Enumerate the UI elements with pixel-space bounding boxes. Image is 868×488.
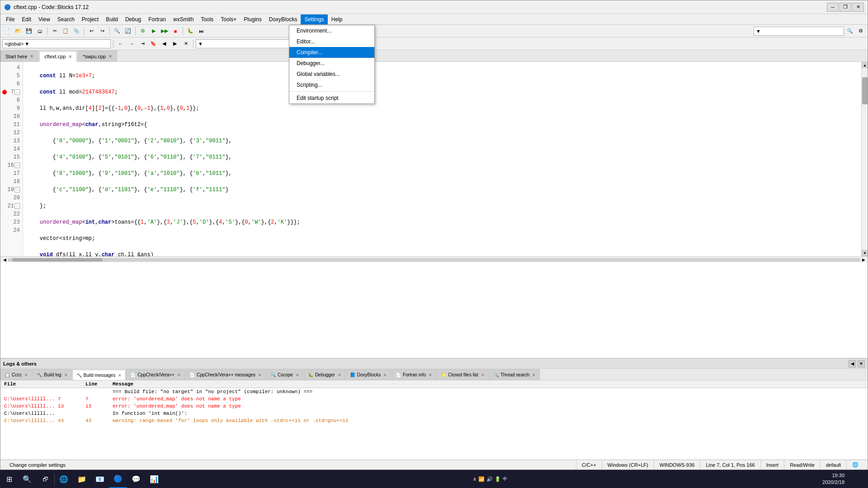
edge-btn[interactable]: 🌐 bbox=[55, 470, 73, 488]
codeblocks-taskbar-btn[interactable]: 🔵 bbox=[109, 470, 127, 488]
logs-tab-debugger[interactable]: 🐛 Debugger ✕ bbox=[304, 369, 345, 380]
menu-editor[interactable]: Editor... bbox=[289, 36, 374, 47]
logs-tab-cscope[interactable]: 🔍 Cscope ✕ bbox=[266, 369, 303, 380]
logs-tab-cccc[interactable]: 📋 Cccc ✕ bbox=[0, 369, 32, 380]
menu-view[interactable]: View bbox=[35, 14, 54, 24]
tab-start-here-close[interactable]: ✕ bbox=[30, 54, 33, 59]
tray-arrow[interactable]: ∧ bbox=[473, 476, 476, 482]
hscroll-left[interactable]: ◀ bbox=[1, 258, 8, 262]
debug-btn[interactable]: 🐛 bbox=[185, 26, 195, 36]
logs-tab-cppcheck[interactable]: 📄 CppCheck/Vera++ ✕ bbox=[126, 369, 185, 380]
hscroll-thumb[interactable] bbox=[12, 258, 103, 262]
menu-global-variables[interactable]: Global variables... bbox=[289, 69, 374, 80]
logs-tab-cppcheck-msg[interactable]: 📄 CppCheck/Vera++ messages ✕ bbox=[185, 369, 266, 380]
tab-swpu-close[interactable]: ✕ bbox=[108, 54, 112, 59]
task-view-button[interactable]: 🗗 bbox=[36, 470, 54, 488]
open-btn[interactable]: 📂 bbox=[13, 26, 23, 36]
replace-btn[interactable]: 🔄 bbox=[123, 26, 133, 36]
powerpoint-btn[interactable]: 📊 bbox=[145, 470, 163, 488]
menu-compiler[interactable]: Compiler... bbox=[289, 47, 374, 58]
close-button[interactable]: ✕ bbox=[852, 3, 864, 12]
code-vscroll[interactable]: ▲ ▼ bbox=[861, 62, 868, 256]
tab-start-here[interactable]: Start here ✕ bbox=[0, 51, 38, 61]
paste-btn[interactable]: 📎 bbox=[71, 26, 81, 36]
cccc-close[interactable]: ✕ bbox=[24, 373, 28, 377]
tray-volume[interactable]: 🔊 bbox=[486, 476, 493, 482]
wechat-btn[interactable]: 💬 bbox=[127, 470, 145, 488]
logs-tab-threadsearch[interactable]: 🔍 Thread search ✕ bbox=[489, 369, 540, 380]
menu-plugins[interactable]: Plugins bbox=[240, 14, 265, 24]
bookmark-toggle[interactable]: 🔖 bbox=[148, 39, 158, 49]
show-desktop-btn[interactable] bbox=[850, 470, 868, 488]
hscroll-track[interactable] bbox=[8, 258, 860, 262]
debugger-tab-close[interactable]: ✕ bbox=[338, 373, 341, 377]
tray-battery[interactable]: 🔋 bbox=[495, 476, 501, 482]
stop-btn[interactable]: ■ bbox=[170, 26, 180, 36]
logs-tab-doxyblocks[interactable]: 📘 DoxyBlocks ✕ bbox=[346, 369, 391, 380]
menu-debug[interactable]: Debug bbox=[122, 14, 145, 24]
vscroll-up[interactable]: ▲ bbox=[862, 62, 868, 68]
code-editor[interactable]: const ll N=1e3+7; const ll mod=214748364… bbox=[23, 62, 861, 256]
build-run-btn[interactable]: ▶▶ bbox=[160, 26, 170, 36]
logs-tab-fortraninfo[interactable]: 📄 Fortran info ✕ bbox=[392, 369, 436, 380]
vscroll-down[interactable]: ▼ bbox=[862, 250, 868, 256]
start-button[interactable]: ⊞ bbox=[0, 470, 18, 488]
minimize-button[interactable]: ─ bbox=[827, 3, 839, 12]
threadsearch-close[interactable]: ✕ bbox=[532, 373, 536, 377]
restore-button[interactable]: ❐ bbox=[840, 3, 851, 12]
doxyblocks-close[interactable]: ✕ bbox=[383, 373, 387, 377]
explorer-btn[interactable]: 📁 bbox=[73, 470, 91, 488]
forward-btn[interactable]: → bbox=[127, 39, 137, 49]
closedfiles-close[interactable]: ✕ bbox=[481, 373, 485, 377]
menu-debugger[interactable]: Debugger... bbox=[289, 58, 374, 69]
mail-btn[interactable]: 📧 bbox=[91, 470, 109, 488]
cut-btn[interactable]: ✂ bbox=[50, 26, 60, 36]
system-clock[interactable]: 19:30 2020/2/18 bbox=[817, 472, 850, 486]
cscope-close[interactable]: ✕ bbox=[296, 373, 299, 377]
bookmark-clear[interactable]: ✕ bbox=[181, 39, 191, 49]
cppcheck-msg-close[interactable]: ✕ bbox=[258, 373, 262, 377]
logs-close-btn[interactable]: ✕ bbox=[858, 360, 865, 367]
buildlog-close[interactable]: ✕ bbox=[64, 373, 68, 377]
menu-edit-startup[interactable]: Edit startup script bbox=[289, 93, 374, 103]
new-btn[interactable]: 📄 bbox=[2, 26, 12, 36]
cppcheck-close[interactable]: ✕ bbox=[177, 373, 181, 377]
logs-tab-buildlog[interactable]: 🔨 Build log ✕ bbox=[33, 369, 71, 380]
jump-btn[interactable]: ⇥ bbox=[137, 39, 147, 49]
menu-search[interactable]: Search bbox=[54, 14, 78, 24]
menu-environment[interactable]: Environment... bbox=[289, 25, 374, 36]
copy-btn[interactable]: 📋 bbox=[61, 26, 71, 36]
menu-scripting[interactable]: Scripting... bbox=[289, 80, 374, 90]
find-btn[interactable]: 🔍 bbox=[112, 26, 122, 36]
bookmark-next[interactable]: ▶ bbox=[170, 39, 180, 49]
code-hscroll[interactable]: ◀ ▶ bbox=[0, 256, 868, 263]
save-all-btn[interactable]: 🗂 bbox=[35, 26, 45, 36]
buildmsg-close[interactable]: ✕ bbox=[118, 373, 122, 378]
menu-doxyblocks[interactable]: DoxyBlocks bbox=[265, 14, 301, 24]
menu-settings[interactable]: Settings bbox=[301, 14, 327, 24]
menu-project[interactable]: Project bbox=[78, 14, 102, 24]
fold-21[interactable]: - bbox=[14, 203, 20, 209]
fold-16[interactable]: - bbox=[14, 163, 20, 168]
vscroll-track[interactable] bbox=[862, 68, 868, 250]
save-btn[interactable]: 💾 bbox=[24, 26, 34, 36]
logs-tab-buildmsg[interactable]: 🔨 Build messages ✕ bbox=[72, 370, 126, 380]
menu-help[interactable]: Help bbox=[328, 14, 346, 24]
menu-wxsmith[interactable]: wxSmith bbox=[170, 14, 197, 24]
global-dropdown[interactable]: <global> ▼ bbox=[2, 39, 111, 48]
hscroll-right[interactable]: ▶ bbox=[860, 258, 867, 262]
fortraninfo-close[interactable]: ✕ bbox=[429, 373, 432, 377]
undo-btn[interactable]: ↩ bbox=[86, 26, 96, 36]
step-btn[interactable]: ⏭ bbox=[196, 26, 206, 36]
back-btn[interactable]: ← bbox=[116, 39, 126, 49]
fold-19[interactable]: - bbox=[14, 187, 20, 192]
menu-tools[interactable]: Tools bbox=[197, 14, 217, 24]
menu-fortran[interactable]: Fortran bbox=[145, 14, 170, 24]
menu-tools-plus[interactable]: Tools+ bbox=[217, 14, 240, 24]
logs-tab-closedfiles[interactable]: 📁 Closed files list ✕ bbox=[437, 369, 489, 380]
logs-panel-toggle[interactable]: ◀ bbox=[849, 360, 856, 367]
search-icon[interactable]: 🔍 bbox=[845, 26, 855, 36]
search-button[interactable]: 🔍 bbox=[18, 470, 36, 488]
menu-build[interactable]: Build bbox=[102, 14, 122, 24]
redo-btn[interactable]: ↪ bbox=[97, 26, 107, 36]
